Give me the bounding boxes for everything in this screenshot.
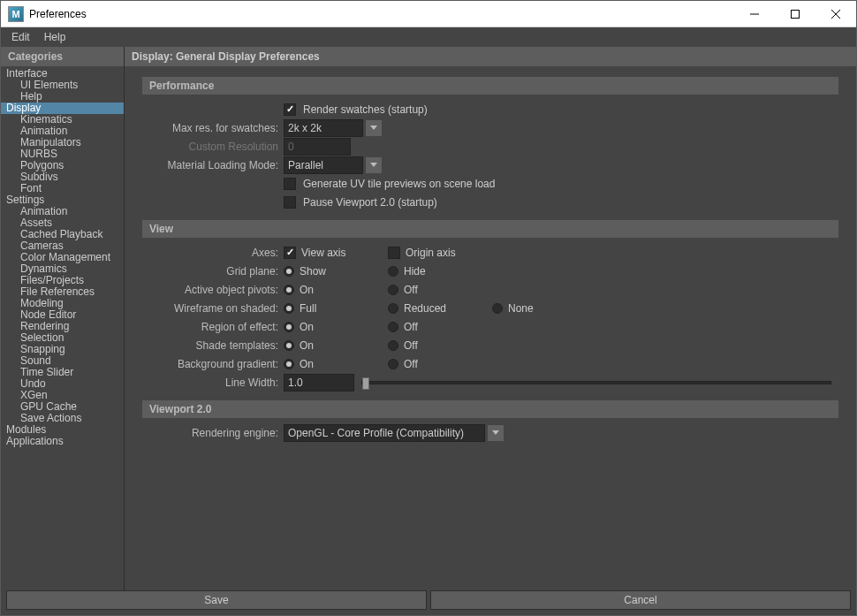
radio-label: Off: [404, 339, 418, 352]
radio-full[interactable]: [284, 303, 294, 314]
radio-label: Hide: [404, 265, 426, 278]
grid-plane-label: Grid plane:: [142, 265, 284, 278]
rendering-engine-dropdown[interactable]: OpenGL - Core Profile (Compatibility): [284, 424, 485, 442]
sidebar-item-ui-elements[interactable]: UI Elements: [1, 80, 124, 91]
radio-label: Off: [404, 284, 418, 296]
sidebar-item-subdivs[interactable]: Subdivs: [1, 171, 124, 183]
custom-res-input: 0: [284, 138, 351, 156]
rendering-engine-label: Rendering engine:: [142, 427, 284, 439]
radio-show[interactable]: [284, 266, 294, 277]
radio-label: On: [300, 358, 314, 370]
content-header: Display: General Display Preferences: [125, 47, 856, 66]
pause-vp-label: Pause Viewport 2.0 (startup): [303, 196, 437, 209]
row-active-pivots: Active object pivots: OnOff: [142, 280, 838, 299]
axes-label: Axes:: [142, 247, 284, 259]
render-swatches-label: Render swatches (startup): [303, 103, 428, 116]
row-custom-res: Custom Resolution 0: [142, 137, 838, 156]
line-width-slider[interactable]: [361, 381, 831, 384]
sidebar-item-animation[interactable]: Animation: [1, 206, 124, 217]
sidebar: Categories InterfaceUI ElementsHelpDispl…: [1, 47, 125, 590]
sidebar-item-manipulators[interactable]: Manipulators: [1, 137, 124, 148]
sidebar-header: Categories: [1, 47, 124, 66]
section-view: View Axes: View axis: [142, 220, 838, 392]
gen-uv-checkbox[interactable]: [284, 178, 296, 190]
section-title-viewport2: Viewport 2.0: [142, 400, 838, 418]
chevron-down-icon: [366, 120, 382, 136]
row-grid-plane: Grid plane: ShowHide: [142, 262, 838, 280]
bg-gradient-label: Background gradient:: [142, 358, 284, 370]
footer: Save Cancel: [1, 590, 856, 615]
radio-on[interactable]: [284, 340, 294, 351]
gen-uv-label: Generate UV tile previews on scene load: [303, 178, 495, 190]
radio-off[interactable]: [388, 359, 398, 369]
maximize-button[interactable]: [775, 1, 815, 27]
radio-off[interactable]: [388, 322, 398, 332]
menu-help[interactable]: Help: [37, 29, 73, 45]
active-pivots-label: Active object pivots:: [142, 284, 284, 296]
sidebar-item-polygons[interactable]: Polygons: [1, 160, 124, 171]
row-wireframe: Wireframe on shaded: FullReducedNone: [142, 299, 838, 317]
radio-on[interactable]: [284, 359, 294, 369]
row-bg-gradient: Background gradient: OnOff: [142, 354, 838, 373]
line-width-input[interactable]: 1.0: [284, 374, 354, 392]
main-area: Categories InterfaceUI ElementsHelpDispl…: [1, 47, 856, 590]
row-pause-vp: Pause Viewport 2.0 (startup): [142, 193, 838, 211]
menu-edit[interactable]: Edit: [4, 29, 37, 45]
cancel-button[interactable]: Cancel: [430, 590, 851, 610]
radio-label: Full: [300, 302, 316, 315]
section-title-performance: Performance: [142, 77, 838, 95]
row-render-swatches: Render swatches (startup): [142, 100, 838, 118]
max-res-dropdown[interactable]: 2k x 2k: [284, 119, 363, 137]
radio-label: Show: [300, 265, 326, 278]
section-viewport2: Viewport 2.0 Rendering engine: OpenGL - …: [142, 400, 838, 442]
svg-rect-1: [792, 10, 800, 18]
sidebar-item-snapping[interactable]: Snapping: [1, 344, 124, 355]
chevron-down-icon: [366, 157, 382, 173]
chevron-down-icon: [488, 425, 504, 441]
sidebar-item-applications[interactable]: Applications: [1, 436, 124, 447]
custom-res-label: Custom Resolution: [142, 141, 284, 153]
radio-hide[interactable]: [388, 266, 398, 277]
save-button[interactable]: Save: [6, 590, 427, 610]
pause-vp-checkbox[interactable]: [284, 196, 296, 209]
preferences-window: M Preferences Edit Help Categories Inter…: [0, 0, 857, 616]
row-line-width: Line Width: 1.0: [142, 373, 838, 392]
row-region: Region of effect: OnOff: [142, 317, 838, 336]
render-swatches-checkbox[interactable]: [284, 103, 296, 116]
max-res-label: Max res. for swatches:: [142, 122, 284, 134]
minimize-button[interactable]: [734, 1, 775, 27]
origin-axis-checkbox[interactable]: [388, 247, 400, 259]
sidebar-item-time-slider[interactable]: Time Slider: [1, 367, 124, 378]
wireframe-label: Wireframe on shaded:: [142, 302, 284, 315]
row-shade-templates: Shade templates: OnOff: [142, 336, 838, 354]
radio-label: None: [508, 302, 534, 315]
content-body: Performance Render swatches (startup) Ma…: [125, 66, 856, 590]
radio-label: On: [300, 321, 314, 333]
radio-on[interactable]: [284, 322, 294, 332]
region-label: Region of effect:: [142, 321, 284, 333]
titlebar: M Preferences: [1, 1, 856, 27]
radio-off[interactable]: [388, 340, 398, 351]
category-tree[interactable]: InterfaceUI ElementsHelpDisplayKinematic…: [1, 66, 124, 590]
content-panel: Display: General Display Preferences Per…: [125, 47, 856, 590]
radio-label: Off: [404, 358, 418, 370]
view-axis-checkbox[interactable]: [284, 247, 296, 259]
close-button[interactable]: [815, 1, 856, 27]
line-width-label: Line Width:: [142, 376, 284, 389]
app-icon: M: [8, 6, 24, 22]
mat-load-dropdown[interactable]: Parallel: [284, 156, 363, 174]
radio-off[interactable]: [388, 285, 398, 295]
menubar: Edit Help: [1, 27, 856, 47]
radio-label: On: [300, 284, 314, 296]
radio-reduced[interactable]: [388, 303, 398, 314]
window-title: Preferences: [29, 8, 734, 20]
section-performance: Performance Render swatches (startup) Ma…: [142, 77, 838, 211]
mat-load-label: Material Loading Mode:: [142, 159, 284, 171]
row-gen-uv: Generate UV tile previews on scene load: [142, 174, 838, 193]
radio-none[interactable]: [492, 303, 503, 314]
slider-handle[interactable]: [362, 377, 369, 390]
shade-templates-label: Shade templates:: [142, 339, 284, 352]
sidebar-item-undo[interactable]: Undo: [1, 378, 124, 390]
radio-on[interactable]: [284, 285, 294, 295]
row-max-res: Max res. for swatches: 2k x 2k: [142, 118, 838, 137]
